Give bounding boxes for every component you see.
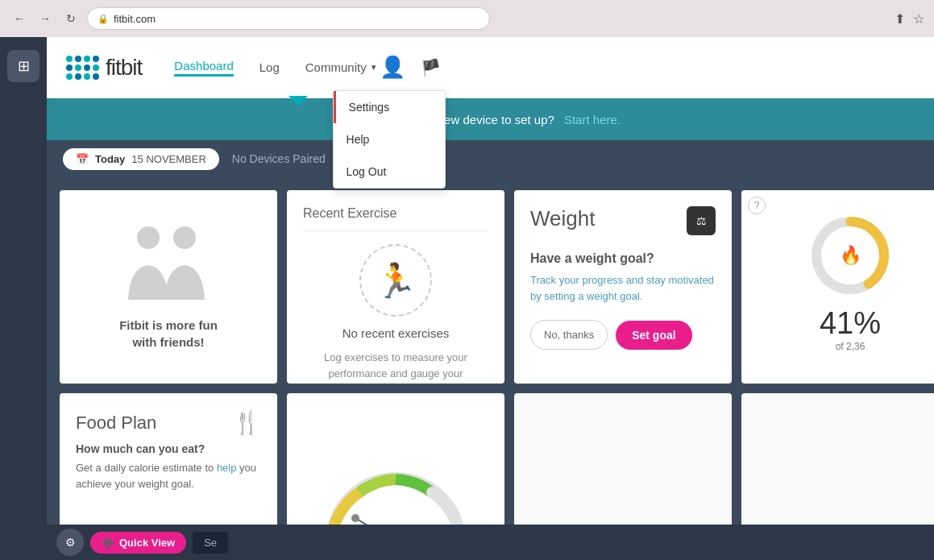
reload-button[interactable]: ↻ <box>61 9 81 28</box>
toolbar-settings-button[interactable]: ⚙ <box>56 529 84 556</box>
app-header: fitbit Dashboard Log Community ▼ 👤 🏴 <box>47 37 934 98</box>
sidebar-grid-icon[interactable]: ⊞ <box>7 50 39 82</box>
profile-button[interactable]: 👤 <box>378 53 407 82</box>
friends-text: Fitbit is more fun with friends! <box>119 317 218 351</box>
browser-actions: ⬆ ☆ <box>895 11 924 27</box>
sidebar: ⊞ <box>0 37 47 560</box>
food-plan-title: Food Plan <box>76 413 156 433</box>
calories-of-text: of 2,36 <box>836 341 866 352</box>
logo-dot-4 <box>93 56 99 62</box>
grid-icon: ⊞ <box>18 57 30 75</box>
date-full: 15 NOVEMBER <box>131 153 205 165</box>
exercise-card-title: Recent Exercise <box>303 206 488 221</box>
calendar-icon: 📅 <box>76 153 89 165</box>
browser-chrome: ← → ↻ 🔒 fitbit.com ⬆ ☆ <box>0 0 934 37</box>
exercise-divider <box>303 230 488 231</box>
food-desc-link[interactable]: help <box>217 462 237 474</box>
food-desc: Get a daily calorie estimate to help you… <box>76 460 261 492</box>
url-text: fitbit.com <box>114 13 156 25</box>
dropdown-help[interactable]: Help <box>334 123 445 156</box>
lock-icon: 🔒 <box>98 14 109 24</box>
no-thanks-button[interactable]: No, thanks <box>530 320 608 350</box>
food-header: Food Plan 🍴 <box>76 409 261 436</box>
settings-icon: ⚙ <box>65 536 76 549</box>
no-devices-text: No Devices Paired <box>232 152 326 165</box>
bookmark-button[interactable]: ☆ <box>913 11 924 27</box>
forward-button[interactable]: → <box>35 9 55 28</box>
scale-icon: ⚖ <box>696 214 707 227</box>
svg-point-6 <box>351 514 359 522</box>
dropdown-logout[interactable]: Log Out <box>334 156 445 188</box>
weight-goal-title: Have a weight goal? <box>530 251 716 266</box>
weight-actions: No, thanks Set goal <box>530 320 716 350</box>
friends-card: Fitbit is more fun with friends! <box>60 190 277 384</box>
runner-circle: 🏃 <box>359 244 432 317</box>
weight-icon-box: ⚖ <box>687 206 716 235</box>
flag-button[interactable]: 🏴 <box>417 53 446 82</box>
community-label: Community <box>305 60 367 74</box>
weight-card: Weight ⚖ Have a weight goal? Track your … <box>514 190 732 384</box>
url-bar[interactable]: 🔒 fitbit.com <box>87 7 490 30</box>
user-dropdown-menu: Settings Help Log Out <box>333 90 446 189</box>
plus-icon: ➕ <box>102 537 114 549</box>
flag-icon: 🏴 <box>421 58 441 77</box>
weight-goal-desc: Track your progress and stay motivated b… <box>530 272 716 304</box>
exercise-card: Recent Exercise 🏃 No recent exercises Lo… <box>287 190 504 384</box>
logo-dot-10 <box>75 73 81 80</box>
share-button[interactable]: ⬆ <box>895 11 905 27</box>
food-question: How much can you eat? <box>76 442 261 455</box>
calories-percent: 41% <box>820 306 881 341</box>
nav-log[interactable]: Log <box>259 60 280 74</box>
runner-icon: 🏃 <box>375 261 417 301</box>
set-goal-button[interactable]: Set goal <box>616 321 691 350</box>
nav-links: Dashboard Log Community ▼ <box>174 59 377 77</box>
logo-dot-7 <box>84 64 90 71</box>
quick-view-button[interactable]: ➕ Quick View <box>90 532 186 554</box>
date-bar: 📅 Today 15 NOVEMBER No Devices Paired <box>47 140 934 177</box>
logo-area: fitbit <box>66 55 142 81</box>
weight-header: Weight ⚖ <box>530 206 716 235</box>
se-button[interactable]: Se <box>193 532 228 554</box>
calories-help-button[interactable]: ? <box>748 197 766 214</box>
profile-icon: 👤 <box>380 55 405 80</box>
logo-dot-1 <box>66 56 73 62</box>
logo-dot-3 <box>84 56 90 62</box>
logo-dot-9 <box>66 73 73 80</box>
weight-title: Weight <box>530 206 595 231</box>
calories-card: ? 🔥 41% of 2,36 <box>741 190 934 384</box>
exercise-icon-area: 🏃 No recent exercises Log exercises to m… <box>303 244 488 384</box>
nav-dashboard[interactable]: Dashboard <box>174 59 233 77</box>
svg-point-1 <box>173 226 196 249</box>
dropdown-settings[interactable]: Settings <box>334 91 445 123</box>
bottom-toolbar: ⚙ ➕ Quick View Se <box>47 525 934 560</box>
logo-dot-6 <box>75 64 81 71</box>
utensils-icon: 🍴 <box>233 409 261 436</box>
header-right: 👤 🏴 <box>378 53 446 82</box>
svg-point-0 <box>137 226 160 249</box>
fire-icon: 🔥 <box>840 245 861 266</box>
header-pointer <box>289 96 308 106</box>
back-button[interactable]: ← <box>10 9 29 28</box>
community-dropdown-arrow: ▼ <box>370 63 378 72</box>
logo-dot-11 <box>84 73 90 80</box>
header-right-container: 👤 🏴 Settings Help Log Out <box>378 53 446 82</box>
friends-silhouettes <box>112 223 225 304</box>
main-content: fitbit Dashboard Log Community ▼ 👤 🏴 <box>47 37 934 560</box>
silhouette-svg <box>112 223 225 304</box>
exercise-hint: Log exercises to measure your performanc… <box>303 350 488 384</box>
donut-chart: 🔥 <box>806 211 895 300</box>
logo-dot-5 <box>66 64 73 71</box>
today-label: Today <box>95 153 125 165</box>
logo-dot-12 <box>93 73 99 80</box>
banner-link[interactable]: Start here. <box>564 113 621 127</box>
dashboard-grid: Fitbit is more fun with friends! Recent … <box>47 177 934 560</box>
no-exercise-text: No recent exercises <box>342 326 450 340</box>
nav-community[interactable]: Community ▼ <box>305 60 378 74</box>
logo-dots <box>66 56 99 80</box>
logo-dot-8 <box>93 64 99 71</box>
date-pill: 📅 Today 15 NOVEMBER <box>63 148 219 170</box>
app-container: ⊞ fitbit <box>0 37 934 560</box>
setup-banner: 🔗 Have a new device to set up? Start her… <box>47 98 934 140</box>
logo-text: fitbit <box>106 55 142 81</box>
logo-dot-2 <box>75 56 81 62</box>
